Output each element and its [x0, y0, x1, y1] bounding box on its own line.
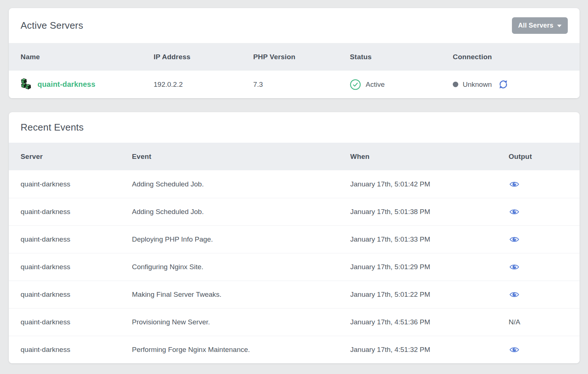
- event-server: quaint-darkness: [21, 208, 132, 216]
- all-servers-dropdown[interactable]: All Servers: [512, 17, 568, 34]
- event-timestamp: January 17th, 5:01:33 PM: [350, 235, 509, 243]
- check-circle-icon: [350, 79, 361, 90]
- active-servers-header: Active Servers All Servers: [9, 8, 580, 43]
- event-server: quaint-darkness: [21, 180, 132, 188]
- page: Active Servers All Servers Name IP Addre…: [0, 0, 588, 363]
- event-server: quaint-darkness: [21, 291, 132, 299]
- output-na-label: N/A: [509, 318, 520, 326]
- col-header-ip: IP Address: [154, 53, 253, 61]
- col-header-connection: Connection: [453, 53, 568, 61]
- event-row: quaint-darkness Adding Scheduled Job. Ja…: [9, 198, 580, 225]
- eye-icon[interactable]: [509, 208, 519, 216]
- event-server: quaint-darkness: [21, 263, 132, 271]
- event-server: quaint-darkness: [21, 235, 132, 243]
- col-header-event: Event: [132, 153, 350, 161]
- col-header-when: When: [350, 153, 509, 161]
- eye-icon[interactable]: [509, 263, 519, 271]
- eye-icon[interactable]: [509, 346, 519, 353]
- event-description: Configuring Nginx Site.: [132, 263, 350, 271]
- refresh-icon[interactable]: [498, 79, 508, 89]
- recent-events-title: Recent Events: [21, 122, 84, 133]
- server-name-link[interactable]: quaint-darkness: [37, 80, 95, 89]
- event-row: quaint-darkness Deploying PHP Info Page.…: [9, 225, 580, 253]
- event-timestamp: January 17th, 5:01:42 PM: [350, 180, 509, 188]
- status-dot: [453, 82, 458, 87]
- event-timestamp: January 17th, 5:01:38 PM: [350, 208, 509, 216]
- event-description: Adding Scheduled Job.: [132, 208, 350, 216]
- event-description: Provisioning New Server.: [132, 318, 350, 326]
- event-row: quaint-darkness Performing Forge Nginx M…: [9, 336, 580, 363]
- col-header-status: Status: [350, 53, 453, 61]
- server-php: 7.3: [253, 81, 350, 89]
- event-row: quaint-darkness Configuring Nginx Site. …: [9, 253, 580, 281]
- event-timestamp: January 17th, 5:01:29 PM: [350, 263, 509, 271]
- active-servers-title: Active Servers: [21, 20, 83, 31]
- eye-icon[interactable]: [509, 236, 519, 243]
- event-row: quaint-darkness Making Final Server Twea…: [9, 281, 580, 308]
- event-description: Adding Scheduled Job.: [132, 180, 350, 188]
- server-row: quaint-darkness 192.0.2.2 7.3 Active Unk…: [9, 71, 580, 98]
- event-server: quaint-darkness: [21, 346, 132, 354]
- event-row: quaint-darkness Adding Scheduled Job. Ja…: [9, 170, 580, 198]
- caret-down-icon: [557, 25, 562, 27]
- server-cubes-icon: [20, 78, 32, 92]
- recent-events-panel: Recent Events Server Event When Output q…: [9, 112, 580, 363]
- server-ip: 192.0.2.2: [154, 81, 253, 89]
- eye-icon[interactable]: [509, 181, 519, 188]
- event-row: quaint-darkness Provisioning New Server.…: [9, 308, 580, 336]
- col-header-server: Server: [21, 153, 132, 161]
- event-description: Performing Forge Nginx Maintenance.: [132, 346, 350, 354]
- event-description: Deploying PHP Info Page.: [132, 235, 350, 243]
- col-header-php: PHP Version: [253, 53, 350, 61]
- event-server: quaint-darkness: [21, 318, 132, 326]
- recent-events-header: Recent Events: [9, 112, 580, 143]
- all-servers-dropdown-label: All Servers: [518, 22, 553, 29]
- events-table-header: Server Event When Output: [9, 143, 580, 170]
- col-header-output: Output: [509, 153, 568, 161]
- col-header-name: Name: [21, 53, 154, 61]
- servers-table-header: Name IP Address PHP Version Status Conne…: [9, 43, 580, 71]
- connection-status-label: Unknown: [463, 81, 492, 89]
- event-timestamp: January 17th, 4:51:32 PM: [350, 346, 509, 354]
- server-status-label: Active: [366, 81, 385, 89]
- event-timestamp: January 17th, 4:51:36 PM: [350, 318, 509, 326]
- eye-icon[interactable]: [509, 291, 519, 298]
- event-description: Making Final Server Tweaks.: [132, 291, 350, 299]
- active-servers-panel: Active Servers All Servers Name IP Addre…: [9, 8, 580, 98]
- event-timestamp: January 17th, 5:01:22 PM: [350, 291, 509, 299]
